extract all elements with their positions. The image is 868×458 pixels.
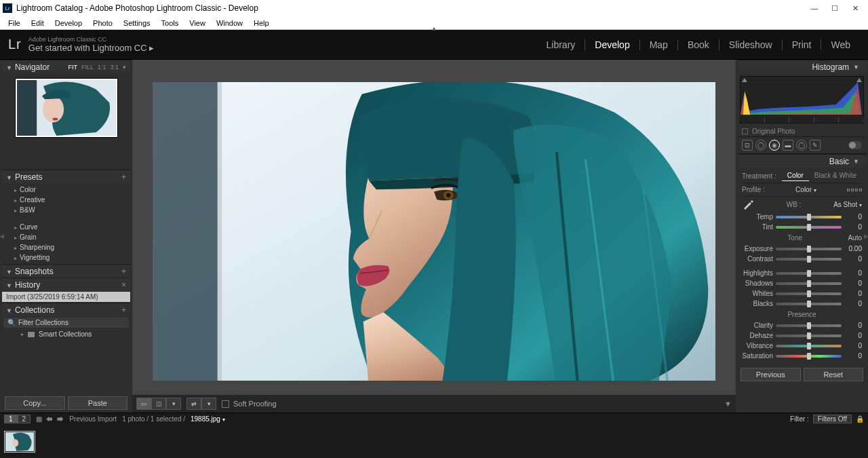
nav-fit[interactable]: FIT [68,64,77,71]
top-panel-toggle[interactable]: ▲ [431,25,437,32]
histogram-header[interactable]: Histogram ▼ [738,60,866,73]
treatment-color-tab[interactable]: Color [782,170,809,181]
menu-view[interactable]: View [184,18,211,28]
dehaze-slider[interactable] [776,335,842,337]
identity-title[interactable]: Get started with Lightroom CC ▸ [28,43,154,53]
vibrance-value[interactable]: 0 [844,342,862,349]
menu-settings[interactable]: Settings [118,18,156,28]
original-photo-checkbox[interactable] [742,128,748,134]
right-panel-toggle[interactable]: ▶ [864,233,868,240]
spot-removal-tool-icon[interactable]: ◯ [755,140,766,151]
whites-slider[interactable] [776,292,842,295]
reset-button[interactable]: Reset [804,368,864,381]
smart-collections-item[interactable]: Smart Collections [2,329,130,339]
filter-collections-input[interactable]: 🔍 Filter Collections [3,318,129,328]
highlights-slider[interactable] [776,272,842,275]
menu-window[interactable]: Window [211,18,248,28]
module-library[interactable]: Library [537,39,585,50]
filmstrip-filename[interactable]: 19885.jpg ▾ [191,415,225,423]
second-window-button[interactable]: 2 [18,415,31,423]
go-forward-icon[interactable]: 🡆 [57,415,64,423]
module-book[interactable]: Book [677,39,719,50]
menu-tools[interactable]: Tools [156,18,184,28]
whites-value[interactable]: 0 [844,290,862,297]
clear-history-button[interactable]: × [121,280,126,290]
navigator-thumbnail[interactable] [16,79,117,137]
before-after-lr-button[interactable]: ◫ [151,398,166,410]
nav-1to1[interactable]: 1:1 [98,64,106,71]
saturation-slider[interactable] [776,355,842,358]
preset-group[interactable]: Creative [2,195,130,205]
profile-dropdown[interactable]: Color ▾ [795,186,816,193]
nav-3to1[interactable]: 3:1 [110,64,119,71]
menu-photo[interactable]: Photo [87,18,118,28]
presets-header[interactable]: ▼Presets + [2,170,130,183]
highlights-value[interactable]: 0 [844,269,862,277]
graduated-filter-tool-icon[interactable]: ▬ [783,140,793,151]
left-panel-toggle[interactable]: ◀ [0,233,4,240]
nav-fill[interactable]: FILL [81,64,94,71]
copy-button[interactable]: Copy... [5,396,65,410]
snapshots-header[interactable]: ▼Snapshots + [2,264,130,278]
contrast-value[interactable]: 0 [844,255,862,263]
radial-filter-tool-icon[interactable]: ◯ [796,140,807,151]
filter-dropdown[interactable]: Filters Off [813,415,852,423]
preset-group[interactable]: Grain [2,232,130,242]
panel-switch-toggle[interactable] [848,141,862,149]
previous-button[interactable]: Previous [741,368,801,381]
soft-proofing-checkbox[interactable] [222,400,229,408]
crop-tool-icon[interactable]: ⊡ [742,140,753,151]
maximize-button[interactable]: ☐ [825,0,845,16]
basic-header[interactable]: Basic ▼ [738,154,866,168]
temp-value[interactable]: 0 [844,213,862,221]
exposure-value[interactable]: 0.00 [844,245,862,252]
navigator-header[interactable]: ▼Navigator FIT FILL 1:1 3:1 ▾ [2,60,130,73]
temp-slider[interactable] [776,216,842,218]
redeye-tool-icon[interactable]: ◉ [769,140,780,151]
filmstrip-source[interactable]: Previous Import [69,415,117,423]
clarity-slider[interactable] [776,324,842,327]
white-balance-dropper-icon[interactable] [742,198,754,210]
blacks-slider[interactable] [776,303,842,305]
menu-develop[interactable]: Develop [50,18,87,28]
add-collection-button[interactable]: + [121,305,126,315]
image-canvas[interactable] [132,60,736,395]
dehaze-value[interactable]: 0 [844,332,862,339]
add-preset-button[interactable]: + [121,172,126,182]
main-window-button[interactable]: 1 [4,415,18,423]
preset-group[interactable]: B&W [2,205,130,215]
preset-group[interactable]: Color [2,185,130,195]
preset-group[interactable]: Curve [2,222,130,232]
preset-group[interactable]: Sharpening [2,242,130,252]
shadows-slider[interactable] [776,282,842,285]
paste-button[interactable]: Paste [68,396,128,410]
module-print[interactable]: Print [782,39,821,50]
close-button[interactable]: ✕ [845,0,865,16]
history-header[interactable]: ▼History × [2,278,130,291]
filmstrip-thumbnail[interactable] [4,431,35,453]
before-after-copy-menu[interactable]: ▾ [201,398,216,410]
collections-header[interactable]: ▼Collections + [2,303,130,316]
before-after-swap-button[interactable]: ⇄ [186,398,201,410]
filmstrip[interactable]: ▼ [0,425,868,458]
module-develop[interactable]: Develop [585,39,639,50]
toolbar-menu-button[interactable]: ▼ [724,400,732,408]
saturation-value[interactable]: 0 [844,352,862,360]
tint-slider[interactable] [776,226,842,229]
module-map[interactable]: Map [639,39,677,50]
menu-help[interactable]: Help [248,18,275,28]
exposure-slider[interactable] [776,248,842,250]
menu-file[interactable]: File [3,18,26,28]
contrast-slider[interactable] [776,258,842,261]
wb-dropdown[interactable]: As Shot ▾ [833,201,862,208]
go-back-icon[interactable]: 🡄 [46,415,53,423]
tint-value[interactable]: 0 [844,223,862,231]
module-web[interactable]: Web [821,39,860,50]
grid-view-icon[interactable]: ▦ [36,415,42,423]
loupe-view-button[interactable]: ▭ [136,398,151,410]
profile-browser-icon[interactable] [847,189,862,191]
menu-edit[interactable]: Edit [26,18,50,28]
history-item[interactable]: Import (3/25/2019 6:59:14 AM) [2,292,130,302]
preset-group[interactable]: Vignetting [2,252,130,263]
histogram-display[interactable] [740,76,864,123]
